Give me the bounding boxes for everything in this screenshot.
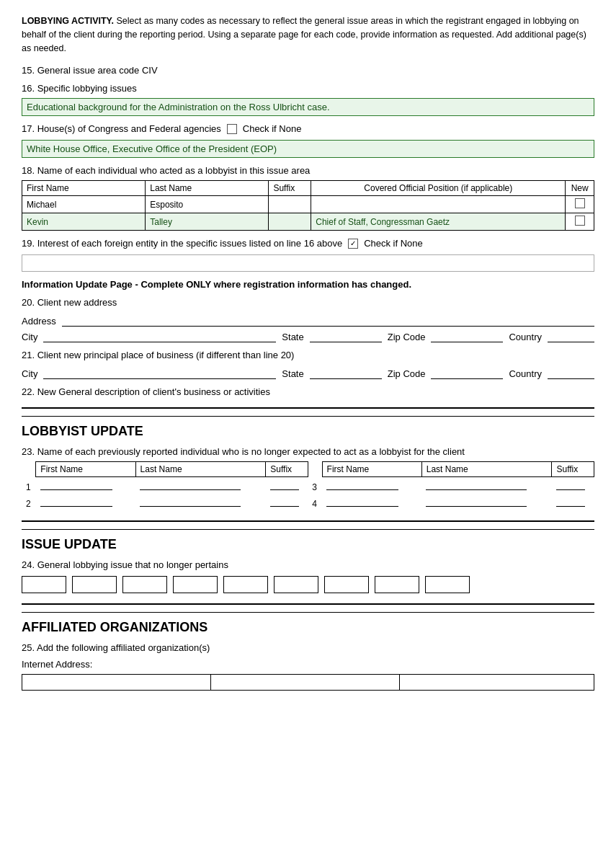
item21-label: 21. Client new principal place of busine… bbox=[22, 350, 594, 360]
intro-paragraph: LOBBYING ACTIVITY. Select as many codes … bbox=[22, 14, 594, 55]
lobbyist-table: First Name Last Name Suffix Covered Offi… bbox=[22, 180, 594, 231]
underline-3b[interactable] bbox=[426, 479, 527, 490]
update-last-3[interactable] bbox=[421, 477, 552, 494]
state-input-21[interactable] bbox=[310, 368, 382, 379]
lobbyist-covered-1[interactable] bbox=[311, 196, 566, 213]
internet-cell-3[interactable] bbox=[400, 675, 594, 691]
divider-2b bbox=[22, 529, 594, 530]
item17-label: 17. House(s) of Congress and Federal age… bbox=[22, 123, 221, 134]
new-checkbox-1[interactable] bbox=[575, 198, 585, 208]
update-suffix-2[interactable] bbox=[266, 494, 308, 510]
issue-boxes bbox=[22, 576, 594, 593]
col-first-name: First Name bbox=[22, 181, 146, 196]
state-label-21: State bbox=[282, 368, 303, 379]
new-checkbox-2[interactable] bbox=[575, 216, 585, 226]
check-if-none-checkbox[interactable] bbox=[227, 124, 237, 134]
state-input[interactable] bbox=[310, 331, 382, 342]
update-first-3[interactable] bbox=[322, 477, 421, 494]
zip-input[interactable] bbox=[431, 331, 503, 342]
lobbying-issue-text[interactable]: Educational background for the Administr… bbox=[22, 98, 594, 116]
row-num-4: 4 bbox=[308, 494, 322, 510]
item16-label: 16. Specific lobbying issues bbox=[22, 83, 594, 94]
address-row: Address bbox=[22, 315, 594, 327]
underline-2b[interactable] bbox=[140, 495, 241, 507]
lobbyist-first-1[interactable]: Michael bbox=[22, 196, 146, 213]
issue-box-1[interactable] bbox=[22, 576, 66, 593]
issue-box-2[interactable] bbox=[72, 576, 117, 593]
issue-box-8[interactable] bbox=[375, 576, 419, 593]
lobbyist-covered-2[interactable]: Chief of Staff, Congressman Gaetz bbox=[311, 213, 566, 231]
intro-bold: LOBBYING ACTIVITY. bbox=[22, 16, 114, 26]
lobbyist-suffix-2[interactable] bbox=[269, 213, 311, 231]
underline-1a[interactable] bbox=[40, 479, 112, 490]
lobbyist-suffix-1[interactable] bbox=[269, 196, 311, 213]
issue-box-4[interactable] bbox=[173, 576, 218, 593]
issue-box-7[interactable] bbox=[324, 576, 369, 593]
update-suffix-4[interactable] bbox=[552, 494, 594, 510]
underline-4c[interactable] bbox=[556, 495, 585, 507]
lobbyist-last-2[interactable]: Talley bbox=[146, 213, 269, 231]
underline-2c[interactable] bbox=[270, 495, 299, 507]
update-suffix-3[interactable] bbox=[552, 477, 594, 494]
country-input[interactable] bbox=[548, 331, 594, 342]
item15-label: 15. General issue area code CIV bbox=[22, 65, 594, 76]
issue-update-header: ISSUE UPDATE bbox=[22, 537, 594, 552]
underline-4a[interactable] bbox=[326, 495, 398, 507]
city-input-21[interactable] bbox=[43, 368, 276, 379]
issue-box-3[interactable] bbox=[122, 576, 167, 593]
zip-label-21: Zip Code bbox=[388, 368, 426, 379]
update-first-2[interactable] bbox=[36, 494, 135, 510]
issue-box-5[interactable] bbox=[223, 576, 268, 593]
check-if-none-label: Check if None bbox=[243, 123, 302, 134]
address-input[interactable] bbox=[62, 315, 594, 327]
update-row-1: 1 3 bbox=[22, 477, 594, 494]
country-input-21[interactable] bbox=[548, 368, 594, 379]
item22-label: 22. New General description of client's … bbox=[22, 386, 594, 397]
row-num-3: 3 bbox=[308, 477, 322, 494]
row-num-2: 2 bbox=[22, 494, 36, 510]
update-last-4[interactable] bbox=[421, 494, 552, 510]
update-col-first-right: First Name bbox=[322, 462, 421, 477]
lobbyist-last-1[interactable]: Esposito bbox=[146, 196, 269, 213]
congress-text[interactable]: White House Office, Executive Office of … bbox=[22, 140, 594, 158]
issue-box-6[interactable] bbox=[274, 576, 318, 593]
address-section-20: Address City State Zip Code Country bbox=[22, 315, 594, 342]
item24-label: 24. General lobbying issue that no longe… bbox=[22, 559, 594, 570]
zip-input-21[interactable] bbox=[431, 368, 503, 379]
update-last-2[interactable] bbox=[135, 494, 266, 510]
underline-3c[interactable] bbox=[556, 479, 585, 490]
update-last-1[interactable] bbox=[135, 477, 266, 494]
underline-2a[interactable] bbox=[40, 495, 112, 507]
col-new: New bbox=[566, 181, 594, 196]
item19-check-label: Check if None bbox=[364, 238, 423, 249]
lobbyist-new-1[interactable] bbox=[566, 196, 594, 213]
info-update-header: Information Update Page - Complete ONLY … bbox=[22, 279, 594, 290]
item23-label: 23. Name of each previously reported ind… bbox=[22, 446, 594, 457]
update-suffix-1[interactable] bbox=[266, 477, 308, 494]
update-first-1[interactable] bbox=[36, 477, 135, 494]
col-suffix: Suffix bbox=[269, 181, 311, 196]
item18-label: 18. Name of each individual who acted as… bbox=[22, 165, 594, 176]
underline-4b[interactable] bbox=[426, 495, 527, 507]
country-label: Country bbox=[509, 332, 542, 342]
update-first-4[interactable] bbox=[322, 494, 421, 510]
divider-1 bbox=[22, 407, 594, 409]
city-state-row-21: City State Zip Code Country bbox=[22, 368, 594, 379]
item17-row: 17. House(s) of Congress and Federal age… bbox=[22, 123, 594, 134]
lobbyist-first-2[interactable]: Kevin bbox=[22, 213, 146, 231]
lobbyist-update-table: First Name Last Name Suffix First Name L… bbox=[22, 461, 594, 510]
underline-1b[interactable] bbox=[140, 479, 241, 490]
issue-box-9[interactable] bbox=[425, 576, 470, 593]
internet-cell-1[interactable] bbox=[22, 675, 211, 691]
table-row: Michael Esposito bbox=[22, 196, 594, 213]
foreign-entity-input[interactable] bbox=[22, 254, 594, 272]
internet-cell-2[interactable] bbox=[211, 675, 400, 691]
city-input[interactable] bbox=[43, 331, 276, 342]
divider-3 bbox=[22, 603, 594, 605]
lobbyist-new-2[interactable] bbox=[566, 213, 594, 231]
item19-checkbox[interactable]: ✓ bbox=[348, 239, 358, 249]
col-last-name: Last Name bbox=[146, 181, 269, 196]
underline-1c[interactable] bbox=[270, 479, 299, 490]
underline-3a[interactable] bbox=[326, 479, 398, 490]
update-col-suffix-right: Suffix bbox=[552, 462, 594, 477]
